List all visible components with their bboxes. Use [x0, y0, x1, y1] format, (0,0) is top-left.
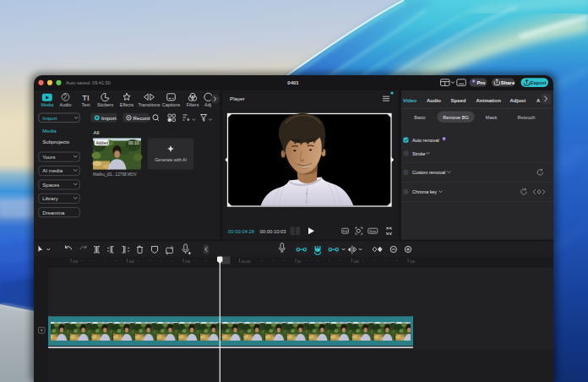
svg-text:Added: Added	[96, 140, 109, 145]
svg-text:00:05: 00:05	[242, 259, 251, 264]
svg-text:Adj: Adj	[204, 102, 211, 107]
svg-text:Video: Video	[403, 98, 417, 103]
svg-text:Share: Share	[501, 80, 515, 85]
svg-text:Auto removal: Auto removal	[412, 138, 439, 143]
svg-text:Import: Import	[101, 115, 117, 121]
svg-text:Full: Full	[343, 230, 348, 233]
svg-text:Mask: Mask	[486, 115, 498, 120]
svg-text:Media: Media	[41, 102, 53, 107]
svg-text:Spaces: Spaces	[42, 183, 59, 188]
svg-text:Basic: Basic	[414, 115, 426, 120]
svg-text:Transitions: Transitions	[138, 102, 160, 107]
svg-text:AI media: AI media	[42, 168, 63, 173]
svg-text:Auto saved: 09:41:50: Auto saved: 09:41:50	[66, 80, 111, 85]
svg-text:Captions: Captions	[162, 102, 181, 107]
svg-text:Export: Export	[531, 80, 547, 85]
svg-text:Custom removal: Custom removal	[412, 170, 445, 175]
svg-text:All: All	[94, 129, 100, 135]
svg-text:00:10: 00:10	[128, 140, 139, 145]
svg-text:Generate with AI: Generate with AI	[155, 157, 187, 162]
svg-text:Pro: Pro	[477, 80, 486, 85]
svg-text:00:00:04:28: 00:00:04:28	[228, 229, 255, 234]
svg-text:00:00:10:03: 00:00:10:03	[260, 229, 287, 234]
svg-text:Effects: Effects	[120, 102, 134, 107]
svg-text:Import: Import	[42, 116, 57, 121]
svg-text:Library: Library	[42, 196, 57, 201]
svg-text:25f: 25f	[185, 259, 191, 264]
svg-text:Chroma key: Chroma key	[412, 189, 437, 194]
svg-text:Subprojects: Subprojects	[42, 139, 69, 145]
svg-text:Text: Text	[82, 102, 90, 107]
svg-text:20f: 20f	[129, 259, 135, 264]
svg-text:Media: Media	[42, 128, 57, 134]
svg-text:Stroke: Stroke	[412, 151, 426, 156]
svg-text:Record: Record	[133, 115, 151, 121]
svg-text:Ratio: Ratio	[369, 230, 376, 233]
svg-text:Yours: Yours	[42, 155, 55, 160]
svg-text:15f: 15f	[410, 259, 416, 264]
svg-text:Stickers: Stickers	[97, 102, 113, 107]
svg-text:Malibu_j01...12768.MOV: Malibu_j01...12768.MOV	[93, 172, 137, 177]
svg-text:TI: TI	[82, 93, 89, 102]
svg-text:Animation: Animation	[476, 98, 502, 103]
svg-text:A: A	[536, 98, 541, 103]
svg-text:Audio: Audio	[60, 102, 72, 107]
svg-text:Remove BG: Remove BG	[443, 115, 468, 120]
svg-text:Speed: Speed	[451, 98, 466, 103]
svg-text:15f: 15f	[73, 259, 79, 264]
svg-text:Audio: Audio	[427, 98, 441, 103]
svg-text:Player: Player	[230, 96, 245, 101]
svg-text:10f: 10f	[354, 259, 360, 264]
svg-text:0401: 0401	[287, 80, 299, 85]
svg-text:Adjust: Adjust	[510, 98, 526, 103]
svg-text:Retouch: Retouch	[518, 115, 536, 120]
svg-text:Filters: Filters	[187, 102, 199, 107]
svg-text:Dreamina: Dreamina	[42, 210, 65, 216]
